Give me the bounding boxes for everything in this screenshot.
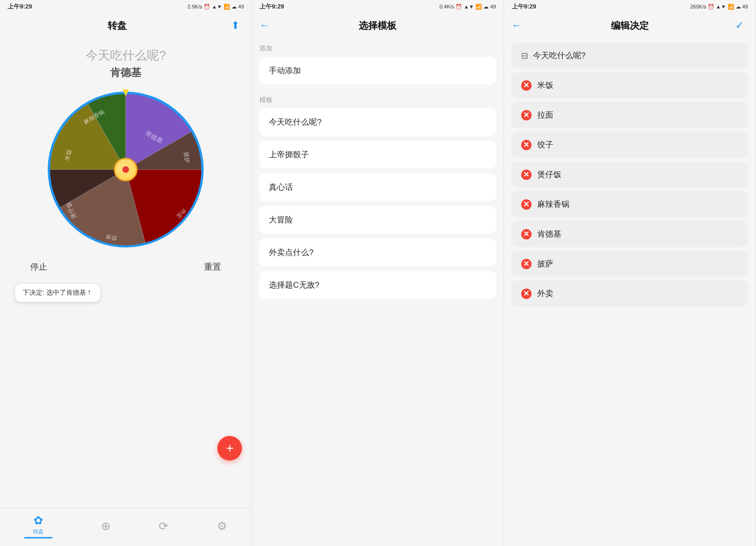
wheel-dot: [122, 166, 129, 173]
icons-3: 260K/s ⏰ ▲▼ 📶 ☁ 49: [690, 4, 748, 10]
edit-header-item: ⊟ 今天吃什么呢?: [512, 43, 748, 68]
share-button[interactable]: ⬆: [227, 19, 244, 32]
nav-bar-3: ← 编辑决定 ✓: [504, 13, 756, 38]
template-back-button[interactable]: ←: [259, 19, 276, 32]
nav-bar-1: 转盘 ⬆: [0, 13, 251, 38]
bookmark-icon: ⊟: [521, 51, 528, 61]
edit-nav-title: 编辑决定: [529, 19, 731, 32]
template-item-0[interactable]: 今天吃什么呢?: [259, 108, 496, 136]
edit-list-item-3[interactable]: ✕ 煲仔饭: [512, 162, 748, 188]
section-label-template: 模板: [259, 89, 496, 108]
wheel-nav-title: 转盘: [8, 19, 227, 32]
status-bar-2: 上午9:29 0.4K/s ⏰ ▲▼ 📶 ☁ 49: [252, 0, 503, 13]
edit-content: ⊟ 今天吃什么呢? ✕ 米饭 ✕ 拉面 ✕ 饺子 ✕ 煲仔饭 ✕ 麻辣香锅: [504, 38, 756, 546]
reset-button[interactable]: 重置: [204, 261, 221, 273]
wheel-result: 肯德基: [110, 66, 141, 80]
time-2: 上午9:29: [259, 2, 284, 11]
remove-btn-3[interactable]: ✕: [521, 170, 532, 180]
wheel-panel: 上午9:29 2.9K/s ⏰ ▲▼ 📶 ☁ 49 转盘 ⬆ 今天吃什么呢? 肯…: [0, 0, 252, 546]
wheel-toast: 下决定: 选中了肯德基！: [15, 284, 100, 302]
bottom-item-wheel[interactable]: ✿ 转盘: [24, 514, 52, 538]
edit-item-text-2: 饺子: [537, 139, 553, 150]
edit-item-text-1: 拉面: [537, 110, 553, 120]
time-1: 上午9:29: [8, 2, 32, 11]
wheel-question: 今天吃什么呢?: [86, 47, 166, 64]
wheel-controls: 停止 重置: [8, 250, 244, 284]
edit-item-text-4: 麻辣香锅: [537, 199, 569, 210]
bottom-item-history[interactable]: ⟳: [159, 520, 168, 533]
remove-btn-6[interactable]: ✕: [521, 259, 532, 269]
edit-back-button[interactable]: ←: [512, 19, 529, 32]
nav-bar-2: ← 选择模板: [252, 13, 503, 38]
stop-button[interactable]: 停止: [30, 261, 47, 273]
edit-item-text-5: 肯德基: [537, 229, 561, 239]
fab-button[interactable]: +: [217, 436, 242, 461]
template-content: 添加 手动添加 模板 今天吃什么呢? 上帝掷骰子 真心话 大冒险 外卖点什么? …: [252, 38, 503, 546]
remove-btn-5[interactable]: ✕: [521, 229, 532, 239]
template-item-4[interactable]: 外卖点什么?: [259, 239, 496, 266]
edit-header-text: 今天吃什么呢?: [533, 50, 585, 61]
time-3: 上午9:29: [512, 2, 536, 11]
edit-list-item-6[interactable]: ✕ 披萨: [512, 251, 748, 277]
wheel-icon: ✿: [34, 514, 43, 527]
edit-panel: 上午9:29 260K/s ⏰ ▲▼ 📶 ☁ 49 ← 编辑决定 ✓ ⊟ 今天吃…: [504, 0, 756, 546]
history-icon: ⟳: [159, 520, 168, 533]
template-item-manual[interactable]: 手动添加: [259, 57, 496, 85]
remove-btn-0[interactable]: ✕: [521, 80, 532, 91]
wheel-tab-label: 转盘: [33, 528, 43, 535]
edit-list-item-7[interactable]: ✕ 外卖: [512, 281, 748, 307]
active-indicator: [24, 537, 52, 538]
edit-item-text-3: 煲仔饭: [537, 169, 561, 180]
edit-item-text-0: 米饭: [537, 80, 553, 91]
bottom-item-add[interactable]: ⊕: [101, 520, 111, 533]
edit-list-item-0[interactable]: ✕ 米饭: [512, 72, 748, 98]
template-item-2[interactable]: 真心话: [259, 173, 496, 201]
svg-text:披萨: 披萨: [183, 152, 191, 164]
template-nav-title: 选择模板: [276, 19, 479, 32]
icons-1: 2.9K/s ⏰ ▲▼ 📶 ☁ 49: [188, 4, 244, 10]
edit-item-text-7: 外卖: [537, 288, 553, 299]
remove-btn-7[interactable]: ✕: [521, 289, 532, 299]
status-bar-1: 上午9:29 2.9K/s ⏰ ▲▼ 📶 ☁ 49: [0, 0, 251, 13]
settings-icon: ⚙: [217, 520, 227, 533]
bottom-item-settings[interactable]: ⚙: [217, 520, 227, 533]
remove-btn-1[interactable]: ✕: [521, 110, 532, 120]
edit-list-item-5[interactable]: ✕ 肯德基: [512, 221, 748, 247]
template-item-1[interactable]: 上帝掷骰子: [259, 141, 496, 169]
template-panel: 上午9:29 0.4K/s ⏰ ▲▼ 📶 ☁ 49 ← 选择模板 添加 手动添加…: [252, 0, 504, 546]
edit-list-item-2[interactable]: ✕ 饺子: [512, 132, 748, 158]
template-item-5[interactable]: 选择题C无敌?: [259, 271, 496, 299]
bottom-bar: ✿ 转盘 ⊕ ⟳ ⚙: [0, 508, 251, 546]
edit-confirm-button[interactable]: ✓: [731, 19, 748, 32]
status-bar-3: 上午9:29 260K/s ⏰ ▲▼ 📶 ☁ 49: [504, 0, 756, 13]
template-item-3[interactable]: 大冒险: [259, 206, 496, 234]
remove-btn-2[interactable]: ✕: [521, 140, 532, 150]
wheel-container[interactable]: 肯德基 披萨 外卖 炒米 煲仔饭 米饭 麻辣香锅: [45, 89, 206, 250]
remove-btn-4[interactable]: ✕: [521, 199, 532, 210]
add-icon: ⊕: [101, 520, 111, 533]
wheel-center: [114, 158, 137, 181]
wheel-arrow: ▼: [120, 85, 131, 99]
edit-list-item-4[interactable]: ✕ 麻辣香锅: [512, 191, 748, 217]
icons-2: 0.4K/s ⏰ ▲▼ 📶 ☁ 49: [439, 4, 496, 10]
wheel-content: 今天吃什么呢? 肯德基: [0, 38, 251, 508]
section-label-add: 添加: [259, 38, 496, 57]
edit-item-text-6: 披萨: [537, 258, 553, 269]
edit-list-item-1[interactable]: ✕ 拉面: [512, 102, 748, 128]
